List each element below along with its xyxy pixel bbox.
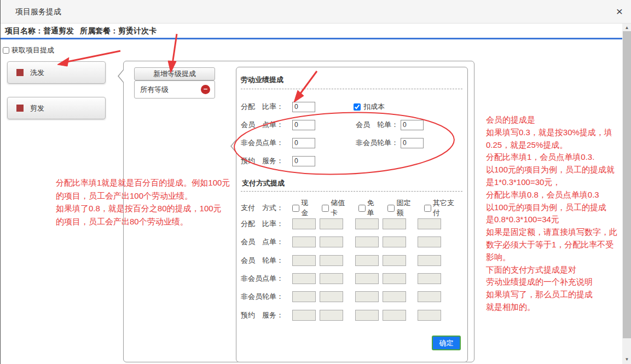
member-rotation-input[interactable] — [401, 120, 424, 130]
payment-grid-input[interactable] — [355, 310, 379, 321]
payment-grid-input[interactable] — [383, 236, 406, 247]
service-button-cut[interactable]: 剪发 — [7, 97, 106, 119]
grid-row-booking-service: 预约 服务： — [241, 310, 441, 321]
panel-left-notch — [230, 139, 236, 153]
method-fixed-label: 固定额 — [396, 198, 416, 218]
payment-section-title: 支付方式提成 — [242, 178, 285, 188]
service-button-wash[interactable]: 洗发 — [7, 61, 106, 84]
payment-grid-input[interactable] — [320, 236, 343, 247]
ratio-input[interactable] — [292, 102, 315, 112]
payment-grid-input[interactable] — [355, 291, 379, 302]
method-cash-checkbox[interactable]: 现金 — [292, 198, 315, 218]
grid-row-nonmember-order: 非会员点单： — [241, 273, 441, 284]
payment-grid-input[interactable] — [292, 310, 316, 321]
grid-row-label: 会员 轮单： — [241, 256, 292, 265]
member-order-label: 会员 点单： — [241, 120, 292, 130]
vertical-scrollbar[interactable]: ▲ ▼ — [622, 24, 631, 364]
panel-left-notch — [118, 69, 124, 83]
level-item-label: 所有等级 — [140, 85, 201, 95]
remove-level-icon[interactable]: − — [201, 85, 210, 94]
payment-grid-input[interactable] — [383, 273, 406, 284]
method-free-checkbox[interactable]: 免单 — [358, 198, 381, 218]
add-level-commission-button[interactable]: 新增等级提成 — [134, 67, 215, 80]
scroll-up-icon[interactable]: ▲ — [622, 24, 631, 32]
payment-grid-input[interactable] — [292, 255, 316, 266]
confirm-button[interactable]: 确定 — [432, 336, 461, 350]
payment-grid-input[interactable] — [320, 255, 343, 266]
method-fixed-checkbox-input[interactable] — [387, 205, 395, 212]
payment-grid-input[interactable] — [292, 236, 316, 247]
labor-row-ratio: 分配 比率： 扣成本 — [241, 101, 385, 112]
payment-grid-input[interactable] — [355, 255, 379, 266]
payment-grid-input[interactable] — [418, 255, 441, 266]
get-project-commission-checkbox[interactable]: 获取项目提成 — [3, 45, 54, 55]
commission-form-panel: 劳动业绩提成 分配 比率： 扣成本 会员 点单： 会员 轮单： 非会员点单： 非 — [236, 67, 468, 362]
payment-grid-input[interactable] — [320, 291, 343, 302]
grid-row-label: 分配 比率： — [241, 219, 292, 229]
labor-section-title: 劳动业绩提成 — [241, 75, 283, 85]
dashed-divider — [241, 191, 462, 192]
payment-grid-input[interactable] — [292, 291, 316, 302]
payment-grid-input[interactable] — [418, 291, 441, 302]
close-icon[interactable]: × — [616, 5, 623, 18]
scroll-down-icon[interactable]: ▼ — [622, 356, 631, 363]
grid-row-nonmember-rotation: 非会员轮单： — [241, 291, 441, 302]
service-square-icon — [16, 105, 24, 112]
dialog-titlebar: 项目服务提成 × — [1, 0, 631, 24]
member-order-input[interactable] — [292, 120, 315, 130]
method-storedcard-checkbox-input[interactable] — [322, 205, 329, 212]
dialog-subheader: 项目名称：普通剪发 所属套餐：剪烫计次卡 — [1, 24, 622, 38]
method-free-label: 免单 — [367, 198, 381, 218]
get-project-commission-checkbox-input[interactable] — [3, 47, 9, 54]
nonmember-rotation-input[interactable] — [401, 138, 424, 148]
nonmember-order-input[interactable] — [292, 138, 315, 148]
payment-grid-input[interactable] — [292, 218, 316, 229]
payment-grid-input[interactable] — [320, 218, 343, 229]
deduct-cost-label: 扣成本 — [363, 102, 385, 112]
payment-grid-input[interactable] — [383, 218, 406, 229]
payment-grid-input[interactable] — [383, 310, 406, 321]
payment-grid-input[interactable] — [320, 273, 343, 284]
booking-service-label: 预约 服务： — [241, 156, 292, 166]
labor-row-nonmember: 非会员点单： 非会员轮单： — [241, 137, 424, 148]
method-cash-checkbox-input[interactable] — [292, 205, 299, 212]
deduct-cost-checkbox[interactable]: 扣成本 — [354, 102, 385, 112]
payment-grid-input[interactable] — [383, 255, 406, 266]
payment-grid-input[interactable] — [418, 310, 441, 321]
dashed-divider — [241, 89, 462, 89]
labor-row-booking: 预约 服务： — [241, 155, 315, 166]
payment-grid-input[interactable] — [355, 236, 379, 247]
scrollbar-thumb[interactable] — [623, 31, 631, 338]
payment-grid-input[interactable] — [418, 273, 441, 284]
payment-grid-input[interactable] — [292, 273, 316, 284]
annotation-note-right: 会员的提成是 如果填写0.3，就是按30%提成，填 0.25，就是25%提成。 … — [486, 114, 623, 314]
method-storedcard-label: 储值卡 — [331, 198, 351, 218]
payment-grid-input[interactable] — [418, 236, 441, 247]
grid-row-label: 预约 服务： — [241, 310, 292, 320]
package-name-label: 所属套餐：剪烫计次卡 — [80, 24, 157, 38]
grid-row-member-order: 会员 点单： — [241, 236, 441, 247]
payment-grid-input[interactable] — [320, 310, 343, 321]
payment-grid-input[interactable] — [418, 218, 441, 229]
method-fixed-checkbox[interactable]: 固定额 — [387, 198, 416, 218]
ratio-label: 分配 比率： — [241, 102, 292, 112]
accent-divider — [1, 38, 623, 39]
payment-grid-input[interactable] — [383, 291, 406, 302]
method-other-label: 其它支付 — [433, 198, 460, 218]
method-other-checkbox-input[interactable] — [424, 205, 431, 212]
service-label: 剪发 — [30, 103, 44, 113]
grid-row-ratio: 分配 比率： — [241, 218, 441, 229]
method-other-checkbox[interactable]: 其它支付 — [424, 198, 460, 218]
grid-row-label: 会员 点单： — [241, 237, 292, 247]
method-storedcard-checkbox[interactable]: 储值卡 — [322, 198, 351, 218]
payment-grid-input[interactable] — [355, 273, 379, 284]
deduct-cost-checkbox-input[interactable] — [354, 103, 361, 111]
booking-service-input[interactable] — [292, 156, 315, 166]
service-label: 洗发 — [30, 68, 44, 78]
dialog-title: 项目服务提成 — [15, 0, 61, 24]
level-item-all-levels[interactable]: 所有等级 − — [134, 80, 215, 99]
payment-grid-input[interactable] — [355, 218, 379, 229]
annotation-arrow-wash — [67, 51, 120, 62]
annotation-note-left: 分配比率填1就是就是百分百的提成。例如100元 的项目，员工会产出100个劳动业… — [56, 176, 242, 228]
method-free-checkbox-input[interactable] — [358, 205, 366, 212]
